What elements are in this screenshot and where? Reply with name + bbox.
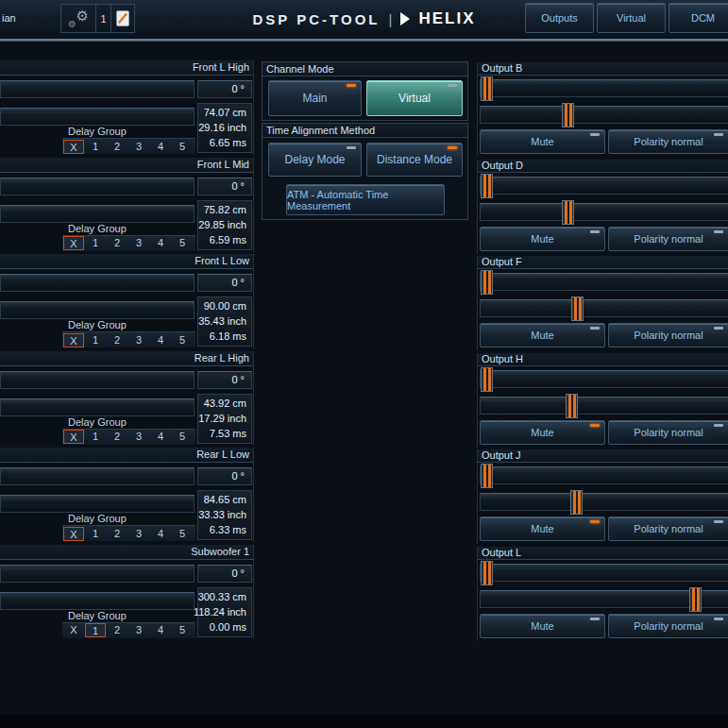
delay-group-button-3[interactable]: 3: [128, 140, 149, 154]
output-delay-slider[interactable]: [480, 493, 728, 511]
polarity-button[interactable]: Polarity normal: [608, 516, 728, 541]
delay-group-button-5[interactable]: 5: [172, 236, 193, 250]
delay-group-button-1[interactable]: 1: [85, 140, 106, 154]
preset-number-cell[interactable]: 1: [95, 4, 111, 33]
delay-group-button-2[interactable]: 2: [107, 430, 127, 444]
mute-button[interactable]: Mute: [480, 129, 605, 154]
delay-slider[interactable]: [0, 398, 195, 416]
mute-button[interactable]: Mute: [480, 614, 605, 638]
level-slider-handle[interactable]: [481, 367, 493, 392]
polarity-button[interactable]: Polarity normal: [608, 614, 728, 638]
phase-slider[interactable]: [0, 178, 195, 195]
output-level-slider[interactable]: [480, 370, 728, 388]
output-level-slider[interactable]: [480, 273, 728, 291]
dcm-button[interactable]: DCM: [669, 3, 728, 33]
delay-slider[interactable]: [0, 108, 195, 126]
delay-group-button-5[interactable]: 5: [172, 140, 193, 154]
delay-group-button-3[interactable]: 3: [128, 333, 149, 347]
delay-group-button-1[interactable]: 1: [85, 623, 106, 637]
edit-preset-button[interactable]: [110, 4, 135, 33]
delay-group-button-1[interactable]: 1: [85, 333, 106, 347]
phase-slider[interactable]: [0, 80, 195, 98]
virtual-view-button[interactable]: Virtual: [597, 3, 666, 33]
delay-mode-button[interactable]: Delay Mode: [268, 143, 362, 177]
delay-group-button-4[interactable]: 4: [150, 236, 171, 250]
output-delay-slider[interactable]: [480, 299, 728, 317]
delay-slider-handle[interactable]: [562, 200, 574, 225]
output-level-slider[interactable]: [480, 564, 728, 582]
phase-angle-spinner[interactable]: 0 °: [197, 80, 252, 98]
phase-angle-spinner[interactable]: 0 °: [197, 467, 252, 485]
delay-group-button-2[interactable]: 2: [107, 236, 127, 250]
settings-button[interactable]: ⚙ ⚙: [60, 4, 96, 33]
polarity-button[interactable]: Polarity normal: [608, 420, 728, 445]
output-level-slider[interactable]: [480, 466, 728, 484]
output-level-slider[interactable]: [480, 177, 728, 195]
mute-button[interactable]: Mute: [480, 420, 605, 445]
delay-slider[interactable]: [0, 495, 195, 513]
distance-mode-button[interactable]: Distance Mode: [366, 143, 463, 177]
polarity-button[interactable]: Polarity normal: [608, 323, 728, 347]
delay-group-button-1[interactable]: 1: [85, 430, 106, 444]
output-delay-slider[interactable]: [480, 203, 728, 221]
delay-group-button-1[interactable]: 1: [85, 527, 106, 541]
delay-group-button-x[interactable]: X: [63, 236, 84, 250]
delay-slider-handle[interactable]: [689, 587, 702, 612]
output-delay-slider[interactable]: [480, 590, 728, 608]
phase-angle-spinner[interactable]: 0 °: [197, 178, 252, 195]
delay-slider[interactable]: [0, 205, 195, 223]
main-mode-button[interactable]: Main: [268, 80, 362, 116]
delay-group-button-5[interactable]: 5: [172, 430, 193, 444]
polarity-button[interactable]: Polarity normal: [608, 129, 728, 154]
delay-group-button-4[interactable]: 4: [150, 623, 171, 637]
delay-group-button-x[interactable]: X: [63, 333, 84, 347]
delay-group-button-2[interactable]: 2: [107, 623, 127, 637]
level-slider-handle[interactable]: [481, 174, 493, 198]
level-slider-handle[interactable]: [481, 270, 493, 295]
delay-group-button-1[interactable]: 1: [85, 236, 106, 250]
level-slider-handle[interactable]: [481, 561, 493, 585]
phase-angle-spinner[interactable]: 0 °: [197, 565, 252, 583]
mute-button[interactable]: Mute: [480, 516, 605, 541]
delay-group-button-4[interactable]: 4: [150, 527, 171, 541]
delay-slider-handle[interactable]: [566, 394, 578, 418]
phase-slider[interactable]: [0, 565, 195, 583]
delay-group-button-x[interactable]: X: [63, 623, 84, 637]
outputs-button[interactable]: Outputs: [525, 3, 594, 33]
delay-group-button-4[interactable]: 4: [150, 140, 171, 154]
delay-group-button-2[interactable]: 2: [107, 140, 127, 154]
delay-group-button-2[interactable]: 2: [107, 527, 127, 541]
delay-group-button-5[interactable]: 5: [172, 333, 193, 347]
delay-group-button-3[interactable]: 3: [128, 623, 149, 637]
phase-slider[interactable]: [0, 467, 195, 485]
phase-slider[interactable]: [0, 274, 195, 292]
level-slider-handle[interactable]: [481, 76, 493, 101]
delay-group-button-3[interactable]: 3: [128, 430, 149, 444]
delay-slider[interactable]: [0, 301, 195, 319]
phase-angle-spinner[interactable]: 0 °: [197, 274, 252, 292]
phase-angle-spinner[interactable]: 0 °: [197, 371, 252, 389]
mute-button[interactable]: Mute: [480, 227, 605, 251]
polarity-button[interactable]: Polarity normal: [608, 227, 728, 251]
virtual-mode-button[interactable]: Virtual: [366, 80, 463, 116]
delay-group-button-x[interactable]: X: [63, 140, 84, 154]
delay-group-button-x[interactable]: X: [63, 430, 84, 444]
output-level-slider[interactable]: [480, 79, 728, 97]
delay-group-button-3[interactable]: 3: [128, 527, 149, 541]
atm-button[interactable]: ATM - Automatic Time Measurement: [286, 184, 445, 215]
delay-slider[interactable]: [0, 592, 195, 610]
delay-slider-handle[interactable]: [571, 296, 584, 321]
delay-group-button-4[interactable]: 4: [150, 333, 171, 347]
output-delay-slider[interactable]: [480, 397, 728, 415]
mute-button[interactable]: Mute: [480, 323, 605, 347]
delay-group-button-x[interactable]: X: [63, 527, 84, 541]
delay-slider-handle[interactable]: [562, 103, 574, 127]
level-slider-handle[interactable]: [481, 464, 493, 488]
delay-group-button-2[interactable]: 2: [107, 333, 127, 347]
output-delay-slider[interactable]: [480, 106, 728, 124]
delay-group-button-5[interactable]: 5: [172, 527, 193, 541]
delay-group-button-5[interactable]: 5: [172, 623, 193, 637]
delay-slider-handle[interactable]: [570, 490, 583, 515]
delay-group-button-3[interactable]: 3: [128, 236, 149, 250]
phase-slider[interactable]: [0, 371, 195, 389]
